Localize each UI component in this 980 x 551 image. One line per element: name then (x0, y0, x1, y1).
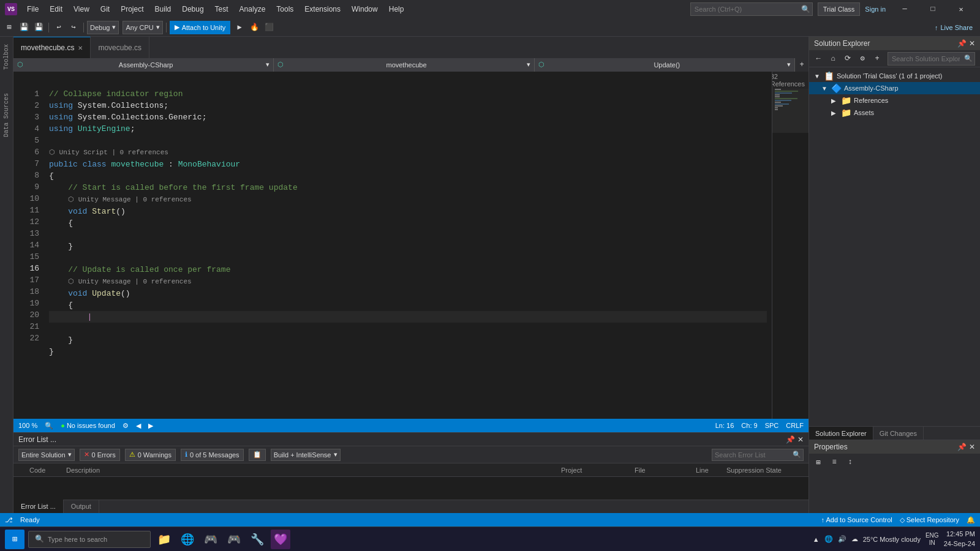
data-sources-icon[interactable]: Data Sources (2, 88, 11, 142)
tray-arrow[interactable]: ▲ (813, 536, 820, 543)
toolbar-new-btn[interactable]: ⊞ (2, 21, 16, 34)
se-search-input[interactable] (888, 52, 975, 66)
toolbar-redo-btn[interactable]: ↪ (67, 21, 80, 34)
build-filter-dropdown[interactable]: Build + IntelliSense ▾ (271, 449, 341, 461)
sign-in-button[interactable]: Sign in (865, 6, 886, 13)
toolbar-save-btn[interactable]: 💾 (17, 21, 31, 34)
props-pin[interactable]: 📌 (957, 443, 967, 451)
taskbar-app1-icon[interactable]: 🎮 (201, 530, 221, 549)
taskbar-vs-icon[interactable]: 💜 (271, 530, 290, 549)
attach-to-unity-button[interactable]: ▶ Attach to Unity (170, 21, 231, 34)
debug-config-dropdown[interactable]: Debug ▾ (87, 21, 119, 34)
menu-debug[interactable]: Debug (177, 4, 208, 15)
namespace-dropdown[interactable]: ⬡ Assembly-CSharp ▾ (13, 58, 274, 72)
taskbar-explorer-icon[interactable]: 📁 (154, 530, 174, 549)
se-add-btn[interactable]: + (870, 52, 884, 66)
network-icon[interactable]: 🌐 (824, 535, 833, 543)
menu-view[interactable]: View (69, 4, 94, 15)
scope-dropdown[interactable]: Entire Solution ▾ (18, 449, 75, 461)
maximize-button[interactable]: □ (919, 0, 947, 18)
add-source-control[interactable]: ↑ Add to Source Control (821, 516, 892, 523)
toolbar-run-btn[interactable]: ▶ (233, 21, 246, 34)
toolbar-hot-reload-btn[interactable]: 🔥 (247, 21, 261, 34)
volume-icon[interactable]: 🔊 (838, 535, 846, 543)
search-input[interactable] (690, 2, 813, 16)
output-tab[interactable]: Output (64, 500, 99, 513)
taskbar-app3-icon[interactable]: 🔧 (247, 530, 267, 549)
close-button[interactable]: ✕ (947, 0, 975, 18)
warnings-filter[interactable]: ⚠ 0 Warnings (125, 449, 176, 461)
se-home-btn[interactable]: ⌂ (826, 52, 840, 66)
props-close[interactable]: ✕ (969, 443, 975, 451)
menu-extensions[interactable]: Extensions (300, 4, 345, 15)
toolbar-save-all-btn[interactable]: 💾 (32, 21, 45, 34)
tree-references[interactable]: ▶ 📁 References (809, 94, 980, 107)
menu-window[interactable]: Window (347, 4, 383, 15)
class-dropdown[interactable]: ⬡ movethecube ▾ (274, 58, 534, 72)
trial-class-button[interactable]: Trial Class (818, 2, 861, 16)
toolbox-icon[interactable]: Toolbox (2, 39, 11, 75)
method-dropdown[interactable]: ⬡ Update() ▾ (535, 58, 795, 72)
se-settings-btn[interactable]: ⚙ (856, 52, 869, 66)
build-filter-icon[interactable]: 📋 (249, 449, 266, 461)
props-sort-icon[interactable]: ↕ (843, 455, 857, 469)
zoom-level[interactable]: 100 % (18, 422, 37, 429)
code-editor[interactable]: 1 2 3 4 5 6 7 8 9 10 11 12 13 14 15 16 1… (13, 72, 809, 419)
menu-git[interactable]: Git (96, 4, 115, 15)
menu-help[interactable]: Help (384, 4, 409, 15)
errors-filter[interactable]: ✕ 0 Errors (80, 449, 120, 461)
error-list-tab[interactable]: Error List ... (13, 500, 64, 513)
menu-edit[interactable]: Edit (45, 4, 67, 15)
messages-filter[interactable]: ℹ 0 of 5 Messages (181, 449, 244, 461)
tree-assets[interactable]: ▶ 📁 Assets (809, 107, 980, 119)
col-line-header[interactable]: Line (696, 467, 726, 474)
clock[interactable]: 12:45 PM 24-Sep-24 (944, 530, 975, 549)
tab-movethecube[interactable]: movethecube.cs ✕ (13, 37, 91, 58)
nav-add-button[interactable]: + (795, 58, 809, 72)
col-file-header[interactable]: File (635, 467, 696, 474)
menu-tools[interactable]: Tools (271, 4, 298, 15)
notification-icon[interactable]: 🔔 (967, 516, 975, 524)
menu-build[interactable]: Build (150, 4, 176, 15)
tree-solution[interactable]: ▼ 📋 Solution 'Trial Class' (1 of 1 proje… (809, 70, 980, 82)
minimize-button[interactable]: ─ (891, 0, 919, 18)
solution-explorer-tab[interactable]: Solution Explorer (809, 427, 873, 440)
nav-arrow-left[interactable]: ◀ (136, 422, 141, 430)
toolbar-stop-btn[interactable]: ⬛ (262, 21, 276, 34)
platform-dropdown[interactable]: Any CPU ▾ (123, 21, 162, 34)
taskbar-search[interactable]: 🔍 Type here to search (28, 531, 151, 548)
select-repo[interactable]: ◇ Select Repository (900, 516, 959, 524)
menu-test[interactable]: Test (210, 4, 233, 15)
tree-assembly[interactable]: ▼ 🔷 Assembly-CSharp (809, 82, 980, 94)
tab-close-movethecube[interactable]: ✕ (78, 45, 83, 51)
toolbar-undo-btn[interactable]: ↩ (52, 21, 66, 34)
se-sync-btn[interactable]: ⟳ (841, 52, 854, 66)
se-back-btn[interactable]: ← (812, 52, 825, 66)
git-changes-tab[interactable]: Git Changes (873, 427, 924, 440)
props-grid-icon[interactable]: ⊞ (812, 455, 825, 469)
se-close[interactable]: ✕ (969, 39, 975, 48)
col-supp-header[interactable]: Suppression State (726, 467, 806, 474)
col-project-header[interactable]: Project (561, 467, 635, 474)
error-search-input[interactable] (712, 449, 804, 461)
language-indicator[interactable]: ENG IN (925, 532, 939, 547)
code-content[interactable]: // Collapse indicator region using Syste… (44, 72, 772, 419)
error-list-close[interactable]: ✕ (797, 435, 804, 444)
live-share-button[interactable]: ↑ Live Share (935, 24, 978, 31)
menu-file[interactable]: File (22, 4, 43, 15)
col-desc-header[interactable]: Description (66, 467, 561, 474)
error-list-pin[interactable]: 📌 (786, 435, 795, 444)
menu-analyze[interactable]: Analyze (235, 4, 271, 15)
indent-type[interactable]: SPC (765, 422, 779, 429)
props-list-icon[interactable]: ≡ (827, 455, 841, 469)
line-ending[interactable]: CRLF (786, 422, 804, 429)
start-button[interactable]: ⊞ (5, 530, 24, 549)
col-code-header[interactable]: Code (29, 467, 66, 474)
menu-project[interactable]: Project (116, 4, 148, 15)
taskbar-app2-icon[interactable]: 🎮 (224, 530, 244, 549)
taskbar-chrome-icon[interactable]: 🌐 (178, 530, 197, 549)
tab-movecube[interactable]: movecube.cs (91, 37, 149, 58)
settings-icon[interactable]: ⚙ (123, 422, 129, 430)
se-pin[interactable]: 📌 (957, 39, 967, 48)
nav-arrow-right[interactable]: ▶ (148, 422, 153, 430)
